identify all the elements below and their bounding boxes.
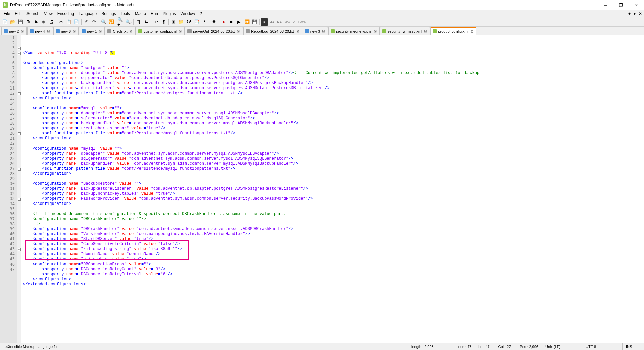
code-line[interactable]: <property name="sqlgenerator" value="com… xyxy=(23,116,643,121)
menu-window[interactable]: Window xyxy=(178,11,197,17)
copy-icon[interactable]: 📋 xyxy=(65,18,72,26)
menu-edit[interactable]: Edit xyxy=(12,11,24,17)
word-wrap-icon[interactable]: ↩ xyxy=(152,18,160,26)
code-line[interactable]: <configuration name="DBConnectionProps" … xyxy=(23,262,643,267)
code-line[interactable]: <configuration name="StartDBServer" valu… xyxy=(23,237,643,242)
tab-close-icon[interactable]: ⊠ xyxy=(321,29,326,33)
code-line[interactable]: <configuration name="domainName" value="… xyxy=(23,252,643,257)
tab-security-meonefw-xml[interactable]: security-meonefw.xml⊠ xyxy=(328,27,380,35)
code-line[interactable]: <configuration name="VersionHandler" val… xyxy=(23,232,643,237)
tab-close-icon[interactable]: ⊠ xyxy=(46,29,51,33)
code-line[interactable]: <property name="PasswordProvider" value=… xyxy=(23,196,643,201)
menu-settings[interactable]: Settings xyxy=(99,11,118,17)
menubar-down-icon[interactable]: ▼ xyxy=(633,11,637,16)
sync-h-icon[interactable]: ⇆ xyxy=(143,18,150,26)
tab-close-icon[interactable]: ⊠ xyxy=(470,29,474,34)
save-all-icon[interactable]: 🗎 xyxy=(24,18,32,26)
tab-new-2[interactable]: new 2⊠ xyxy=(1,27,27,35)
menu-macro[interactable]: Macro xyxy=(132,11,148,17)
code-line[interactable]: --> xyxy=(23,222,643,227)
cut-icon[interactable]: ✂ xyxy=(57,18,65,26)
code-line[interactable]: <configuration name="DBCrashHandler" val… xyxy=(23,217,643,222)
menu-plugins[interactable]: Plugins xyxy=(160,11,178,17)
tab-security-fw-mssp-xml[interactable]: security-fw-mssp.xml⊠ xyxy=(380,27,430,35)
menu-encoding[interactable]: Encoding xyxy=(55,11,76,17)
code-line[interactable]: </configuration> xyxy=(23,96,643,101)
folder-icon[interactable]: 📁 xyxy=(177,18,185,26)
compare-next-icon[interactable]: ▶▶ xyxy=(276,18,283,26)
doc-list-icon[interactable]: 📑 xyxy=(193,18,200,26)
stop-icon[interactable]: ■ xyxy=(228,18,235,26)
code-line[interactable]: <property name="backup.nonmickey.tables"… xyxy=(23,191,643,196)
tab-close-icon[interactable]: ⊠ xyxy=(423,29,428,33)
undo-icon[interactable]: ↶ xyxy=(83,18,90,26)
tab-new-3[interactable]: new 3⊠ xyxy=(303,27,328,35)
code-line[interactable]: <sql_function_pattern_file value="conf/P… xyxy=(23,166,643,171)
fold-toggle-icon[interactable]: − xyxy=(18,168,21,171)
fold-toggle-icon[interactable]: − xyxy=(18,92,21,95)
code-line[interactable]: </configuration> xyxy=(23,171,643,176)
maximize-button[interactable]: ❐ xyxy=(613,0,629,10)
fold-toggle-icon[interactable]: − xyxy=(18,52,21,55)
code-line[interactable]: </configuration> xyxy=(23,136,643,141)
save-icon[interactable]: 💾 xyxy=(17,18,24,26)
close-all-icon[interactable]: ⊗ xyxy=(40,18,47,26)
code-line[interactable] xyxy=(23,176,643,181)
fold-toggle-icon[interactable]: − xyxy=(18,198,21,201)
record-icon[interactable]: ● xyxy=(220,18,227,26)
code-line[interactable]: </configuration> xyxy=(23,277,643,282)
menubar-close-icon[interactable]: ✕ xyxy=(639,11,642,16)
code-line[interactable]: <configuration name="postgres" value=""> xyxy=(23,66,643,71)
code-line[interactable]: <property name="backuphandler" value="co… xyxy=(23,81,643,86)
play-multi-icon[interactable]: ⏩ xyxy=(243,18,251,26)
compare-icon[interactable]: ≡ xyxy=(261,18,268,26)
code-area[interactable]: <?xml version="1.0" encoding="UTF-8"?> <… xyxy=(21,35,644,343)
close-button[interactable]: ✕ xyxy=(629,0,644,10)
xml-icon[interactable]: XML xyxy=(299,18,307,26)
code-line[interactable]: <property name="dbadapter" value="com.ad… xyxy=(23,111,643,116)
code-line[interactable] xyxy=(23,207,643,212)
tab-close-icon[interactable]: ⊠ xyxy=(129,29,133,33)
tab-product-config-xml[interactable]: product-config.xml⊠ xyxy=(430,27,476,35)
code-line[interactable]: <configuration name="xml-encoding-string… xyxy=(23,247,643,252)
doc-map-icon[interactable]: 🗺 xyxy=(185,18,193,26)
close-file-icon[interactable]: ✖ xyxy=(32,18,40,26)
menu-file[interactable]: File xyxy=(1,11,12,17)
code-line[interactable]: <configuration name="BackupRestore" valu… xyxy=(23,181,643,186)
code-line[interactable]: <property name="dbadapter" value="com.ad… xyxy=(23,71,643,76)
code-line[interactable]: <property name="backuphandler" value="co… xyxy=(23,161,643,166)
tab-close-icon[interactable]: ⊠ xyxy=(236,29,240,33)
code-line[interactable]: <property name="sqlgenerator" value="com… xyxy=(23,156,643,161)
tab-new-4[interactable]: new 4⊠ xyxy=(27,27,53,35)
tab-creds-txt[interactable]: Creds.txt⊠ xyxy=(105,27,136,35)
code-line[interactable]: <property name="sqlgenerator" value="com… xyxy=(23,76,643,81)
code-line[interactable] xyxy=(23,141,643,146)
replace-icon[interactable]: 🔁 xyxy=(108,18,115,26)
fold-toggle-icon[interactable]: − xyxy=(18,47,21,50)
indent-guide-icon[interactable]: ⊞ xyxy=(170,18,177,26)
find-icon[interactable]: 🔍 xyxy=(100,18,107,26)
path-icon[interactable]: PATH xyxy=(291,18,299,26)
code-line[interactable]: <configuration name="pii.enable" value="… xyxy=(23,257,643,262)
code-line[interactable]: </configuration> xyxy=(23,201,643,207)
sync-v-icon[interactable]: ⇅ xyxy=(135,18,142,26)
show-all-chars-icon[interactable]: ¶ xyxy=(160,18,167,26)
tab-close-icon[interactable]: ⊠ xyxy=(20,29,24,33)
jpg-icon[interactable]: JPG xyxy=(284,18,291,26)
code-line[interactable]: <sql_function_pattern_file value="conf/P… xyxy=(23,131,643,136)
code-line[interactable]: <property name="BackupRestoreListener" v… xyxy=(23,186,643,191)
tab-reportlog-2024-03-20-txt[interactable]: ReportLog_2024-03-20.txt⊠ xyxy=(243,27,302,35)
tab-close-icon[interactable]: ⊠ xyxy=(98,29,102,33)
menu-tools[interactable]: Tools xyxy=(118,11,132,17)
code-line[interactable]: </extended-configurations> xyxy=(23,282,643,287)
save-macro-icon[interactable]: 💾 xyxy=(251,18,258,26)
print-icon[interactable]: 🖨 xyxy=(48,18,55,26)
zoom-in-icon[interactable]: 🔍+ xyxy=(117,18,125,26)
compare-prev-icon[interactable]: ◀◀ xyxy=(268,18,276,26)
code-line[interactable]: <property name="treat.char.as.nchar" val… xyxy=(23,126,643,131)
code-line[interactable] xyxy=(23,101,643,106)
menu-run[interactable]: Run xyxy=(148,11,160,17)
zoom-out-icon[interactable]: 🔍- xyxy=(125,18,132,26)
fold-toggle-icon[interactable]: − xyxy=(18,132,21,135)
menu-view[interactable]: View xyxy=(42,11,55,17)
